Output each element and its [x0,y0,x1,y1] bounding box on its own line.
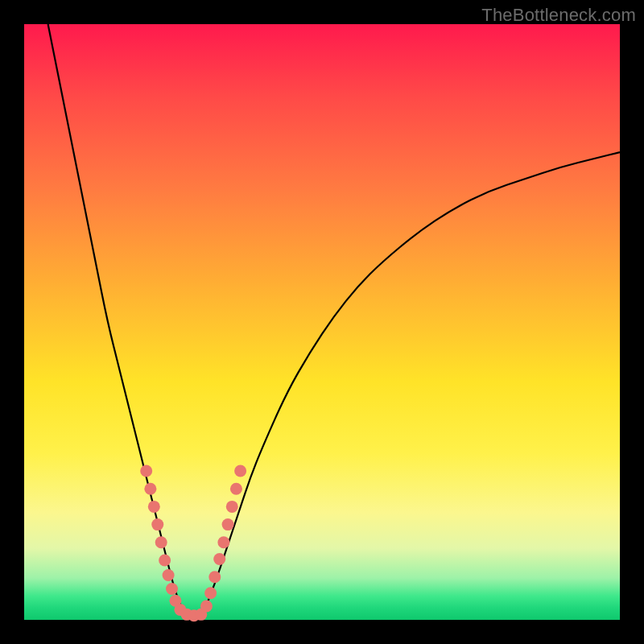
data-dot [155,536,167,548]
left-branch-curve [48,24,185,614]
data-dot [230,483,242,495]
chart-frame [24,24,620,620]
data-dot [217,536,229,548]
data-dot [222,518,234,530]
watermark-text: TheBottleneck.com [481,5,636,26]
data-dot [159,555,171,567]
data-dot [213,553,225,565]
data-dot [140,465,152,477]
data-dot [151,518,163,530]
data-dot [148,501,160,513]
data-dot [234,465,246,477]
data-dot [166,583,178,595]
data-dot [144,483,156,495]
data-dot [208,571,221,583]
data-dot [200,600,213,612]
data-dot [163,569,175,581]
chart-svg [24,24,620,620]
right-branch-curve [203,152,620,614]
dot-layer [140,465,246,622]
data-dot [204,587,217,599]
data-dot [226,501,238,513]
